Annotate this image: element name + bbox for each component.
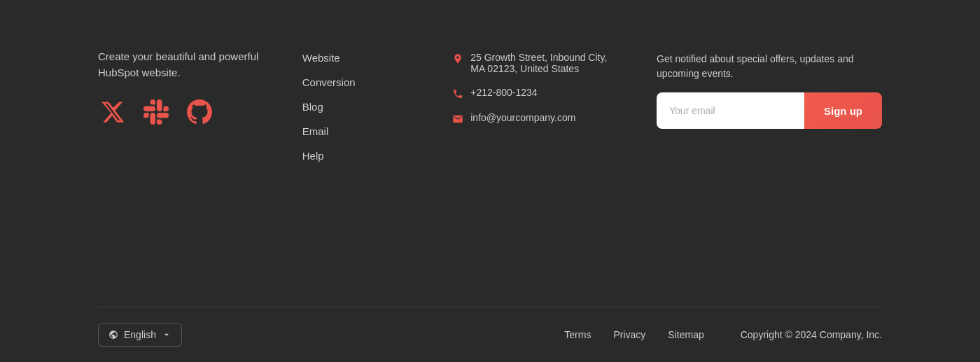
nav-blog[interactable]: Blog [302,101,411,113]
footer-bottom: English Terms Privacy Sitemap Copyright … [98,307,882,362]
chevron-down-icon [162,330,172,340]
sitemap-link[interactable]: Sitemap [668,329,704,340]
language-label: English [124,329,156,340]
email-text: info@yourcompany.com [470,112,575,123]
contact-address: 25 Growth Street, Inbound City, MA 02123… [452,52,615,74]
email-icon [452,113,463,125]
github-icon[interactable] [185,97,214,127]
social-icons [98,97,260,127]
nav-website[interactable]: Website [302,52,411,64]
nav-column: Website Conversion Blog Email Help [302,49,411,162]
location-icon [452,53,463,64]
privacy-link[interactable]: Privacy [613,329,645,340]
newsletter-form: Sign up [657,92,882,129]
globe-icon [108,330,118,340]
nav-email[interactable]: Email [302,125,411,137]
contact-email: info@yourcompany.com [452,112,615,125]
address-text: 25 Growth Street, Inbound City, MA 02123… [470,52,615,74]
slack-icon[interactable] [141,97,171,127]
terms-link[interactable]: Terms [564,329,591,340]
newsletter-column: Get notified about special offers, updat… [657,49,882,129]
footer: Create your beautiful and powerful HubSp… [0,0,980,362]
signup-button[interactable]: Sign up [804,92,882,129]
brand-column: Create your beautiful and powerful HubSp… [98,49,260,127]
nav-help[interactable]: Help [302,150,411,162]
contact-phone: +212-800-1234 [452,87,615,99]
phone-icon [452,88,463,99]
bottom-links: Terms Privacy Sitemap Copyright © 2024 C… [564,329,882,340]
footer-main: Create your beautiful and powerful HubSp… [98,0,882,307]
email-input[interactable] [657,92,804,129]
newsletter-description: Get notified about special offers, updat… [657,52,882,81]
language-selector[interactable]: English [98,323,182,347]
nav-conversion[interactable]: Conversion [302,76,411,88]
contact-column: 25 Growth Street, Inbound City, MA 02123… [452,49,615,125]
copyright: Copyright © 2024 Company, Inc. [741,329,882,340]
phone-text: +212-800-1234 [470,87,537,98]
brand-tagline: Create your beautiful and powerful HubSp… [98,49,260,81]
twitter-icon[interactable] [98,97,127,127]
